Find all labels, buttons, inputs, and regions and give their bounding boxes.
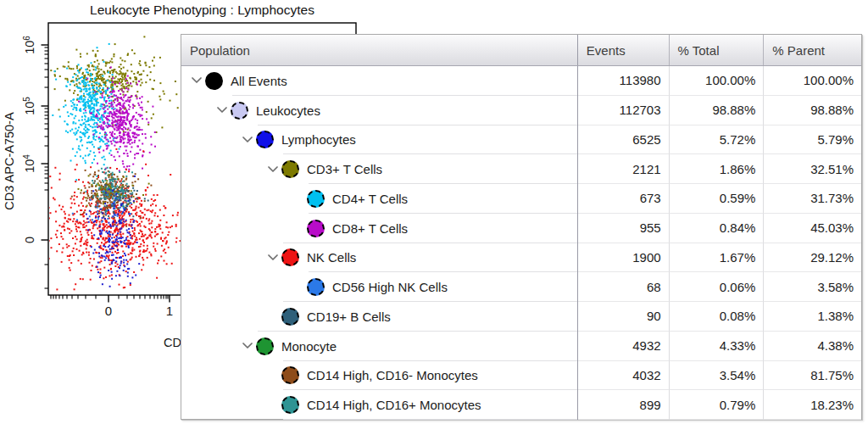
table-row[interactable]: CD14 High, CD16+ Monocytes8990.79%18.23% <box>181 390 861 420</box>
y-tick-label: 0 <box>23 237 36 243</box>
chevron-spacer <box>264 361 281 391</box>
pct-total-value: 98.88% <box>670 96 765 125</box>
population-cell[interactable]: Lymphocytes <box>181 125 578 155</box>
pct-parent-value: 100.00% <box>764 66 861 96</box>
table-row[interactable]: CD14 High, CD16- Monocytes40323.54%81.75… <box>181 361 861 391</box>
population-cell[interactable]: CD19+ B Cells <box>181 302 578 332</box>
tree-step-line <box>283 419 577 420</box>
events-value: 90 <box>578 302 670 332</box>
column-header-population[interactable]: Population <box>181 35 578 65</box>
population-cell[interactable]: CD4+ T Cells <box>181 184 578 214</box>
pct-total-value: 0.79% <box>670 390 765 420</box>
pct-total-value: 5.72% <box>670 125 765 155</box>
chevron-spacer <box>290 214 307 243</box>
population-color-dot[interactable] <box>307 190 325 208</box>
pct-parent-value: 29.12% <box>764 243 861 273</box>
table-body: All Events113980100.00%100.00%Leukocytes… <box>181 66 861 420</box>
population-color-dot[interactable] <box>256 131 274 148</box>
pct-total-value: 0.06% <box>670 272 765 302</box>
population-color-dot[interactable] <box>281 308 299 326</box>
population-label: NK Cells <box>307 250 356 265</box>
population-color-dot[interactable] <box>307 278 325 296</box>
chevron-spacer <box>290 184 307 214</box>
population-color-dot[interactable] <box>281 248 299 266</box>
pct-parent-value: 31.73% <box>764 184 861 214</box>
events-value: 1900 <box>578 243 670 273</box>
y-axis-label: CD3 APC-A750-A <box>3 112 16 210</box>
population-label: CD56 High NK Cells <box>332 280 448 294</box>
column-header-pct-parent[interactable]: % Parent <box>764 35 861 65</box>
population-label: CD4+ T Cells <box>332 192 408 206</box>
population-color-dot[interactable] <box>281 366 299 384</box>
population-color-dot[interactable] <box>281 160 299 178</box>
y-tick-label: 106 <box>22 36 36 54</box>
flow-cytometry-app: Leukocyte Phenotyping : Lymphocytes 1061… <box>0 0 868 435</box>
y-tick-label: 104 <box>22 154 36 173</box>
events-value: 113980 <box>578 66 670 96</box>
table-row[interactable]: NK Cells19001.67%29.12% <box>181 243 861 273</box>
pct-total-value: 4.33% <box>670 332 765 361</box>
table-row[interactable]: CD56 High NK Cells680.06%3.58% <box>181 272 861 302</box>
population-cell[interactable]: CD56 High NK Cells <box>181 272 578 302</box>
pct-parent-value: 3.58% <box>764 272 861 302</box>
chevron-down-icon[interactable] <box>239 332 256 361</box>
chevron-spacer <box>290 272 307 302</box>
population-label: Leukocytes <box>256 103 320 118</box>
x-tick-label: 0 <box>105 304 112 318</box>
population-color-dot[interactable] <box>205 72 223 90</box>
pct-total-value: 0.59% <box>670 184 765 214</box>
chevron-spacer <box>264 302 281 332</box>
pct-total-value: 1.86% <box>670 154 765 184</box>
table-row[interactable]: All Events113980100.00%100.00% <box>181 66 861 96</box>
pct-total-value: 3.54% <box>670 361 765 391</box>
column-header-events[interactable]: Events <box>578 35 670 65</box>
table-row[interactable]: CD4+ T Cells6730.59%31.73% <box>181 184 861 214</box>
events-value: 4932 <box>578 332 670 361</box>
population-label: CD19+ B Cells <box>307 310 391 324</box>
pct-total-value: 0.08% <box>670 302 765 332</box>
population-cell[interactable]: Monocyte <box>181 332 578 361</box>
chevron-down-icon[interactable] <box>264 154 281 184</box>
events-value: 899 <box>578 390 670 420</box>
events-value: 955 <box>578 214 670 243</box>
population-table: Population Events % Total % Parent All E… <box>181 34 862 420</box>
population-color-dot[interactable] <box>307 220 325 237</box>
table-row[interactable]: Monocyte49324.33%4.38% <box>181 332 861 361</box>
population-cell[interactable]: CD8+ T Cells <box>181 214 578 243</box>
chevron-down-icon[interactable] <box>239 125 256 155</box>
chevron-down-icon[interactable] <box>264 243 281 273</box>
chevron-down-icon[interactable] <box>214 96 231 125</box>
population-label: Monocyte <box>281 339 337 354</box>
population-label: Lymphocytes <box>281 132 356 147</box>
pct-parent-value: 81.75% <box>764 361 861 391</box>
population-cell[interactable]: CD14 High, CD16- Monocytes <box>181 361 578 391</box>
x-axis-label-fragment: CD <box>164 336 181 349</box>
population-cell[interactable]: Leukocytes <box>181 96 578 125</box>
table-row[interactable]: CD8+ T Cells9550.84%45.03% <box>181 214 861 243</box>
population-label: CD14 High, CD16+ Monocytes <box>307 398 481 412</box>
events-value: 112703 <box>578 96 670 125</box>
x-tick-label: 1 <box>166 304 173 318</box>
table-header: Population Events % Total % Parent <box>181 35 861 66</box>
pct-total-value: 1.67% <box>670 243 765 273</box>
pct-total-value: 0.84% <box>670 214 765 243</box>
events-value: 4032 <box>578 361 670 391</box>
pct-parent-value: 45.03% <box>764 214 861 243</box>
column-header-pct-total[interactable]: % Total <box>670 35 765 65</box>
table-row[interactable]: Leukocytes11270398.88%98.88% <box>181 96 861 125</box>
population-color-dot[interactable] <box>256 337 274 355</box>
population-cell[interactable]: CD14 High, CD16+ Monocytes <box>181 390 578 420</box>
population-label: CD14 High, CD16- Monocytes <box>307 368 478 382</box>
pct-parent-value: 1.38% <box>764 302 861 332</box>
chevron-spacer <box>264 390 281 420</box>
table-row[interactable]: CD3+ T Cells21211.86%32.51% <box>181 154 861 184</box>
population-cell[interactable]: CD3+ T Cells <box>181 154 578 184</box>
population-color-dot[interactable] <box>231 102 248 120</box>
pct-total-value: 100.00% <box>670 66 765 96</box>
population-color-dot[interactable] <box>281 396 299 414</box>
chevron-down-icon[interactable] <box>188 66 205 96</box>
table-row[interactable]: Lymphocytes65255.72%5.79% <box>181 125 861 155</box>
population-cell[interactable]: NK Cells <box>181 243 578 273</box>
population-cell[interactable]: All Events <box>181 66 578 96</box>
table-row[interactable]: CD19+ B Cells900.08%1.38% <box>181 302 861 332</box>
